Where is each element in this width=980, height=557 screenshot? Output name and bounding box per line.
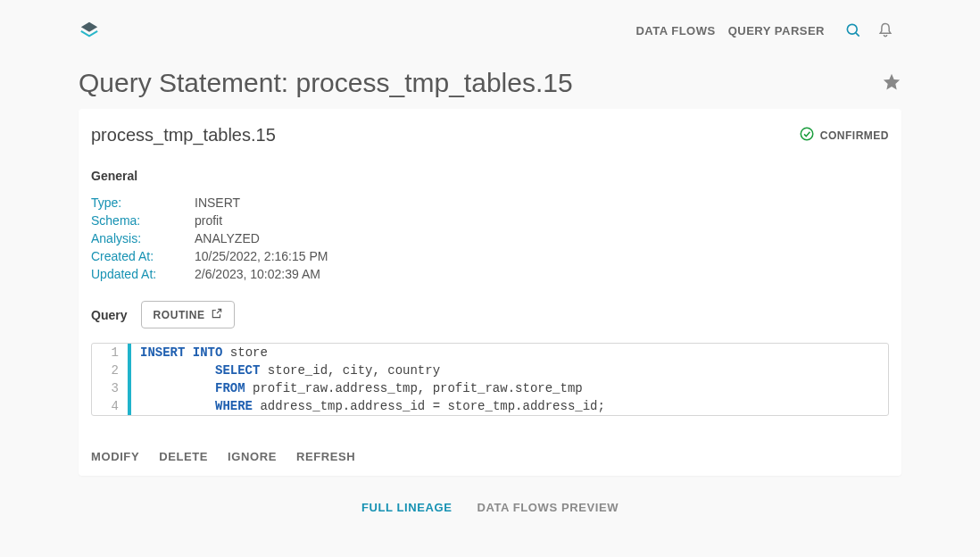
code-line: 1INSERT INTO store xyxy=(92,344,888,362)
gutter-bar xyxy=(128,362,131,379)
delete-button[interactable]: DELETE xyxy=(159,450,208,463)
code-text: WHERE address_tmp.address_id = store_tmp… xyxy=(140,397,605,415)
status-badge: CONFIRMED xyxy=(799,126,889,145)
kv-schema: Schema: profit xyxy=(91,212,889,229)
label-schema: Schema: xyxy=(91,213,195,228)
label-created: Created At: xyxy=(91,249,195,263)
svg-line-1 xyxy=(856,33,860,37)
modify-button[interactable]: MODIFY xyxy=(91,450,139,463)
card-subtitle: process_tmp_tables.15 xyxy=(91,125,799,145)
value-updated: 2/6/2023, 10:02:39 AM xyxy=(195,267,320,281)
line-number: 3 xyxy=(92,381,128,395)
action-bar: MODIFY DELETE IGNORE REFRESH xyxy=(79,437,901,476)
general-heading: General xyxy=(91,169,889,183)
open-external-icon xyxy=(211,307,223,322)
gutter-bar xyxy=(128,397,131,415)
svg-point-0 xyxy=(847,24,857,34)
value-schema: profit xyxy=(195,213,222,228)
search-icon[interactable] xyxy=(837,14,869,46)
nav-data-flows[interactable]: DATA FLOWS xyxy=(635,24,715,37)
code-text: SELECT store_id, city, country xyxy=(140,362,440,379)
query-heading: Query xyxy=(91,308,127,322)
code-line: 4 WHERE address_tmp.address_id = store_t… xyxy=(92,397,888,415)
value-created: 10/25/2022, 2:16:15 PM xyxy=(195,249,328,263)
tab-data-flows-preview[interactable]: DATA FLOWS PREVIEW xyxy=(477,501,619,514)
tab-full-lineage[interactable]: FULL LINEAGE xyxy=(361,501,453,514)
status-text: CONFIRMED xyxy=(820,129,889,142)
value-analysis: ANALYZED xyxy=(195,231,260,245)
line-number: 4 xyxy=(92,399,128,413)
refresh-button[interactable]: REFRESH xyxy=(296,450,355,463)
title-bar: Query Statement: process_tmp_tables.15 xyxy=(0,50,980,109)
value-type: INSERT xyxy=(195,195,240,210)
line-number: 2 xyxy=(92,363,128,378)
code-line: 2 SELECT store_id, city, country xyxy=(92,362,888,379)
gutter-bar xyxy=(128,379,131,397)
star-icon[interactable] xyxy=(882,72,901,95)
nav-query-parser[interactable]: QUERY PARSER xyxy=(728,24,825,37)
check-circle-icon xyxy=(799,126,815,145)
gutter-bar xyxy=(128,344,131,362)
bottom-tabs: FULL LINEAGE DATA FLOWS PREVIEW xyxy=(79,494,901,514)
query-header: Query ROUTINE xyxy=(79,287,901,337)
label-analysis: Analysis: xyxy=(91,231,195,245)
kv-updated: Updated At: 2/6/2023, 10:02:39 AM xyxy=(91,265,889,283)
label-type: Type: xyxy=(91,195,195,210)
query-code: 1INSERT INTO store2 SELECT store_id, cit… xyxy=(91,343,889,416)
page-title: Query Statement: process_tmp_tables.15 xyxy=(79,68,882,98)
svg-point-2 xyxy=(801,128,813,140)
routine-button-label: ROUTINE xyxy=(153,309,204,321)
routine-button[interactable]: ROUTINE xyxy=(141,301,234,328)
ignore-button[interactable]: IGNORE xyxy=(228,450,277,463)
kv-analysis: Analysis: ANALYZED xyxy=(91,229,889,247)
kv-type: Type: INSERT xyxy=(91,194,889,212)
code-text: INSERT INTO store xyxy=(140,344,268,362)
detail-card: process_tmp_tables.15 CONFIRMED General … xyxy=(79,109,901,476)
code-text: FROM profit_raw.address_tmp, profit_raw.… xyxy=(140,379,583,397)
label-updated: Updated At: xyxy=(91,267,195,281)
app-logo[interactable] xyxy=(79,20,100,41)
general-section: General Type: INSERT Schema: profit Anal… xyxy=(79,153,901,287)
bell-icon[interactable] xyxy=(869,14,901,46)
code-line: 3 FROM profit_raw.address_tmp, profit_ra… xyxy=(92,379,888,397)
kv-created: Created At: 10/25/2022, 2:16:15 PM xyxy=(91,247,889,265)
top-nav: DATA FLOWS QUERY PARSER xyxy=(0,0,980,50)
line-number: 1 xyxy=(92,345,128,360)
